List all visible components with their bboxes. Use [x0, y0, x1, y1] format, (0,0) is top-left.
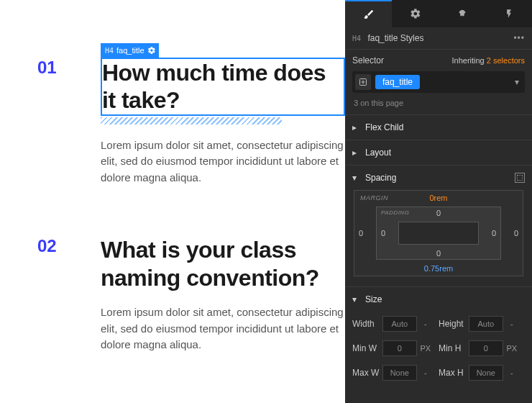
- selector-label: Selector: [352, 55, 384, 65]
- instance-count[interactable]: 3 on this page: [345, 96, 532, 114]
- selected-element-outline[interactable]: H4 faq_title How much time does it take?: [101, 58, 345, 116]
- padding-left-input[interactable]: 0: [381, 229, 385, 237]
- margin-left-input[interactable]: 0: [359, 229, 363, 237]
- padding-bottom-input[interactable]: 0: [377, 249, 500, 258]
- faq-title[interactable]: What is your class naming convention?: [101, 236, 345, 291]
- selector-input[interactable]: faq_title ▾: [352, 71, 525, 93]
- inheriting-label[interactable]: Inheriting 2 selectors: [451, 56, 525, 65]
- section-flex-child: ▸ Flex Child: [345, 114, 532, 140]
- content-box: [398, 222, 479, 245]
- padding-top-input[interactable]: 0: [377, 209, 500, 217]
- more-icon[interactable]: •••: [513, 33, 525, 43]
- width-input[interactable]: Auto: [382, 316, 417, 332]
- maxw-input[interactable]: None: [382, 365, 417, 381]
- tab-effects[interactable]: [439, 0, 485, 27]
- faq-number: 01: [37, 58, 57, 78]
- selection-tag[interactable]: H4 faq_title: [101, 43, 159, 58]
- chevron-right-icon: ▸: [352, 122, 359, 132]
- panel-tabs: [345, 0, 532, 27]
- gear-icon[interactable]: [147, 46, 156, 55]
- breadcrumb-prefix: H4: [352, 35, 361, 42]
- class-token[interactable]: faq_title: [375, 75, 420, 89]
- margin-bottom-input[interactable]: 0.75rem: [354, 264, 523, 273]
- tab-style[interactable]: [345, 0, 392, 27]
- faq-item: 02 What is your class naming convention?…: [37, 236, 345, 353]
- selector-row: Selector Inheriting 2 selectors: [345, 50, 532, 68]
- faq-text[interactable]: Lorem ipsum dolor sit amet, consectetur …: [101, 304, 345, 353]
- maxh-input[interactable]: None: [469, 365, 503, 381]
- faq-item: 01 H4 faq_title How much time does it ta…: [37, 58, 345, 186]
- section-header[interactable]: ▸ Flex Child: [345, 115, 532, 140]
- height-label: Height: [439, 319, 469, 329]
- margin-right-input[interactable]: 0: [514, 229, 518, 237]
- section-header[interactable]: ▸ Layout: [345, 140, 532, 165]
- padding-box: PADDING 0 0 0 0: [376, 207, 501, 260]
- faq-title[interactable]: How much time does it take?: [102, 59, 344, 114]
- margin-top-input[interactable]: 0rem: [354, 194, 523, 202]
- selection-tag-prefix: H4: [105, 47, 114, 55]
- style-panel: H4 faq_title Styles ••• Selector Inherit…: [345, 0, 532, 403]
- section-layout: ▸ Layout: [345, 140, 532, 165]
- chevron-down-icon: ▾: [352, 294, 359, 304]
- section-header[interactable]: ▾ Size: [345, 287, 532, 312]
- chevron-down-icon[interactable]: ▾: [512, 77, 522, 87]
- chevron-right-icon: ▸: [352, 148, 359, 158]
- width-label: Width: [352, 319, 382, 329]
- box-model-icon[interactable]: [515, 173, 525, 183]
- maxh-label: Max H: [439, 368, 469, 378]
- breadcrumb-row: H4 faq_title Styles •••: [345, 27, 532, 50]
- breadcrumb-label: faq_title Styles: [367, 33, 423, 43]
- faq-text[interactable]: Lorem ipsum dolor sit amet, consectetur …: [101, 137, 345, 186]
- design-canvas: 01 H4 faq_title How much time does it ta…: [0, 0, 345, 403]
- tab-interactions[interactable]: [485, 0, 532, 27]
- box-model: MARGIN 0rem 0.75rem 0 0 PADDING 0 0 0 0: [354, 190, 523, 276]
- minw-unit[interactable]: PX: [420, 344, 431, 353]
- height-unit[interactable]: -: [506, 320, 518, 328]
- padding-right-input[interactable]: 0: [492, 229, 496, 237]
- minh-unit[interactable]: PX: [506, 344, 518, 353]
- state-selector[interactable]: [355, 74, 371, 90]
- section-spacing: ▾ Spacing MARGIN 0rem 0.75rem 0 0 PADDIN…: [345, 165, 532, 286]
- chevron-down-icon: ▾: [352, 173, 359, 183]
- height-input[interactable]: Auto: [469, 316, 503, 332]
- minh-input[interactable]: 0: [469, 340, 503, 356]
- tab-settings[interactable]: [392, 0, 439, 27]
- section-size: ▾ Size Width Auto - Height Auto - Min W …: [345, 286, 532, 385]
- margin-indicator: [101, 117, 282, 124]
- minh-label: Min H: [439, 343, 469, 353]
- width-unit[interactable]: -: [420, 320, 431, 328]
- section-header[interactable]: ▾ Spacing: [345, 166, 532, 190]
- maxw-label: Max W: [352, 368, 382, 378]
- selection-tag-label: faq_title: [116, 46, 145, 55]
- minw-label: Min W: [352, 343, 382, 353]
- maxw-unit[interactable]: -: [420, 368, 431, 377]
- faq-number: 02: [37, 236, 57, 256]
- maxh-unit[interactable]: -: [506, 368, 518, 377]
- minw-input[interactable]: 0: [382, 340, 417, 356]
